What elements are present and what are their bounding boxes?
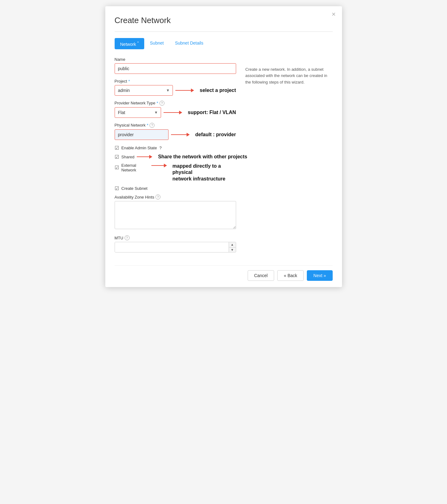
provider-type-label: Provider Network Type * ? xyxy=(115,101,236,106)
project-annotation-arrow xyxy=(175,89,194,92)
cancel-button[interactable]: Cancel xyxy=(248,270,274,281)
physical-network-field-group: Physical Network * ? default : provider xyxy=(115,123,236,140)
enable-admin-state-checkbox-icon: ☑ xyxy=(115,145,119,151)
physical-network-input[interactable] xyxy=(115,129,169,140)
create-subnet-label[interactable]: Create Subnet xyxy=(121,186,148,191)
project-label: Project * xyxy=(115,79,236,84)
tab-subnet[interactable]: Subnet xyxy=(144,38,169,49)
back-button[interactable]: « Back xyxy=(277,270,304,281)
project-required: * xyxy=(128,79,130,84)
physical-network-annotation-arrow xyxy=(171,133,190,137)
mtu-increment-button[interactable]: ▲ xyxy=(229,242,236,247)
arrow-head-2 xyxy=(179,111,182,114)
name-input[interactable] xyxy=(115,63,236,74)
next-button[interactable]: Next » xyxy=(307,270,332,281)
mtu-label: MTU ? xyxy=(115,235,236,240)
arrow-line xyxy=(175,90,191,91)
description-panel: Create a new network. In addition, a sub… xyxy=(245,57,333,257)
mtu-input[interactable] xyxy=(115,242,229,252)
external-network-annotation-arrow xyxy=(151,164,167,167)
mtu-input-wrapper: ▲ ▼ xyxy=(115,242,236,252)
project-field-group: Project * admin demo service ▼ xyxy=(115,79,236,96)
arrow-line-2 xyxy=(164,112,179,113)
enable-admin-state-help-icon[interactable]: ? xyxy=(159,146,162,150)
physical-network-annotation-text: default : provider xyxy=(195,132,236,137)
project-select-wrapper: admin demo service ▼ xyxy=(115,85,173,96)
external-network-label[interactable]: External Network xyxy=(121,163,149,172)
external-network-group: ☑ External Network xyxy=(115,163,149,172)
physical-network-label: Physical Network * ? xyxy=(115,123,236,128)
project-select[interactable]: admin demo service xyxy=(115,85,173,96)
provider-type-help-icon[interactable]: ? xyxy=(159,101,164,106)
tabs-container: Network * Subnet Subnet Details xyxy=(115,38,333,49)
create-subnet-checkbox-icon: ☑ xyxy=(115,185,119,191)
enable-admin-state-label[interactable]: Enable Admin State xyxy=(121,146,157,150)
mtu-help-icon[interactable]: ? xyxy=(125,235,130,240)
az-hints-field-group: Availability Zone Hints ? xyxy=(115,194,236,230)
modal-footer: Cancel « Back Next » xyxy=(115,265,333,281)
provider-type-required: * xyxy=(157,101,158,105)
external-network-checkbox-icon: ☑ xyxy=(115,165,119,170)
shared-annotation-text: Share the network with other projects xyxy=(158,154,247,160)
close-button[interactable]: × xyxy=(332,11,336,18)
mtu-spinners: ▲ ▼ xyxy=(229,242,236,252)
arrow-line-4 xyxy=(137,156,149,157)
arrow-head-4 xyxy=(149,155,152,159)
arrow-line-3 xyxy=(171,134,187,135)
provider-type-field-group: Provider Network Type * ? Flat VLAN VXLA… xyxy=(115,101,236,118)
enable-admin-state-group: ☑ Enable Admin State ? xyxy=(115,145,236,151)
name-label: Name xyxy=(115,57,236,62)
mtu-decrement-button[interactable]: ▼ xyxy=(229,247,236,252)
description-text: Create a new network. In addition, a sub… xyxy=(245,66,333,86)
create-subnet-group: ☑ Create Subnet xyxy=(115,185,236,191)
arrow-head-3 xyxy=(187,133,190,137)
shared-group: ☑ Shared xyxy=(115,154,135,160)
physical-network-required: * xyxy=(147,123,148,127)
name-field-group: Name xyxy=(115,57,236,74)
shared-annotation-arrow xyxy=(137,155,152,159)
external-network-annotation-text: mapped directly to a physicalnetwork inf… xyxy=(173,163,236,182)
az-hints-textarea[interactable] xyxy=(115,201,236,229)
provider-type-annotation-text: support: Flat / VLAN xyxy=(188,110,236,115)
modal-title: Create Network xyxy=(115,16,333,25)
shared-checkbox-icon: ☑ xyxy=(115,154,119,160)
provider-type-select[interactable]: Flat VLAN VXLAN GRE Local xyxy=(115,107,161,118)
az-hints-help-icon[interactable]: ? xyxy=(155,194,160,199)
shared-label[interactable]: Shared xyxy=(121,155,135,159)
az-hints-label: Availability Zone Hints ? xyxy=(115,194,236,199)
tab-network[interactable]: Network * xyxy=(115,38,145,49)
arrow-head-5 xyxy=(164,164,167,167)
physical-network-help-icon[interactable]: ? xyxy=(150,123,155,128)
arrow-line-5 xyxy=(151,165,164,166)
form-left: Name Project * admin demo service xyxy=(115,57,236,257)
project-annotation-text: select a project xyxy=(200,88,236,93)
provider-type-select-wrapper: Flat VLAN VXLAN GRE Local ▼ xyxy=(115,107,161,118)
arrow-head xyxy=(191,89,194,92)
mtu-field-group: MTU ? ▲ ▼ xyxy=(115,235,236,252)
provider-type-annotation-arrow xyxy=(164,111,182,114)
tab-subnet-details[interactable]: Subnet Details xyxy=(169,38,209,49)
create-network-modal: × Create Network Network * Subnet Subnet… xyxy=(105,6,342,287)
